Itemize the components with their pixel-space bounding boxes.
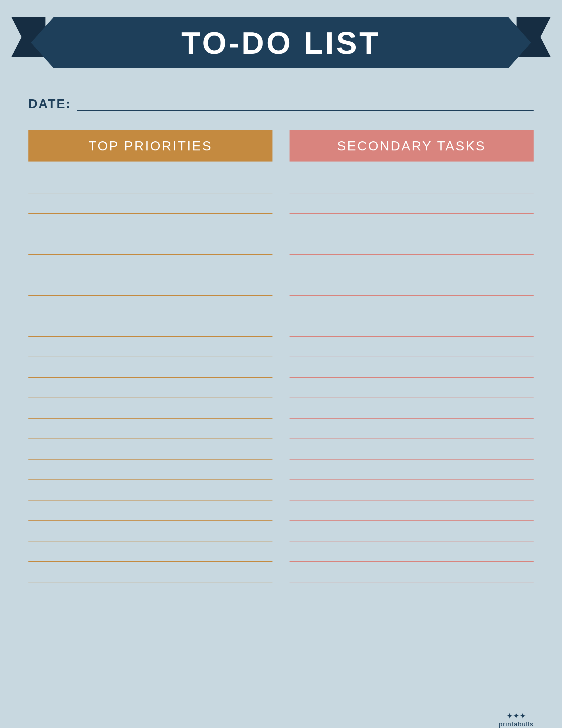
- priority-line-20[interactable]: [28, 562, 273, 582]
- priority-line-2[interactable]: [28, 193, 273, 214]
- date-line[interactable]: [77, 110, 534, 111]
- column-left: TOP PRIORITIES: [28, 130, 273, 582]
- branding-text: printabulls: [499, 721, 534, 728]
- priority-line-16[interactable]: [28, 480, 273, 501]
- task-line-14[interactable]: [289, 439, 534, 460]
- priority-line-11[interactable]: [28, 378, 273, 398]
- date-label: DATE:: [28, 97, 71, 113]
- top-priorities-label: TOP PRIORITIES: [88, 138, 212, 154]
- banner-shape: TO-DO LIST: [54, 17, 508, 68]
- date-section: DATE:: [28, 97, 534, 113]
- task-line-15[interactable]: [289, 460, 534, 480]
- top-priorities-header: TOP PRIORITIES: [28, 130, 273, 162]
- task-line-3[interactable]: [289, 214, 534, 234]
- task-line-1[interactable]: [289, 173, 534, 193]
- task-line-5[interactable]: [289, 255, 534, 275]
- task-line-8[interactable]: [289, 316, 534, 337]
- priority-line-13[interactable]: [28, 419, 273, 439]
- task-line-9[interactable]: [289, 337, 534, 357]
- priority-line-3[interactable]: [28, 214, 273, 234]
- priority-line-10[interactable]: [28, 357, 273, 378]
- priority-line-7[interactable]: [28, 296, 273, 316]
- task-line-2[interactable]: [289, 193, 534, 214]
- priority-line-8[interactable]: [28, 316, 273, 337]
- priority-line-15[interactable]: [28, 460, 273, 480]
- task-line-11[interactable]: [289, 378, 534, 398]
- task-line-7[interactable]: [289, 296, 534, 316]
- priority-line-19[interactable]: [28, 541, 273, 562]
- task-line-20[interactable]: [289, 562, 534, 582]
- priority-line-5[interactable]: [28, 255, 273, 275]
- task-line-13[interactable]: [289, 419, 534, 439]
- priority-line-1[interactable]: [28, 173, 273, 193]
- priority-line-9[interactable]: [28, 337, 273, 357]
- banner-container: TO-DO LIST: [0, 11, 562, 74]
- column-right: SECONDARY TASKS: [289, 130, 534, 582]
- task-line-12[interactable]: [289, 398, 534, 419]
- task-line-10[interactable]: [289, 357, 534, 378]
- priority-line-18[interactable]: [28, 521, 273, 541]
- priority-line-12[interactable]: [28, 398, 273, 419]
- task-line-18[interactable]: [289, 521, 534, 541]
- priority-line-17[interactable]: [28, 501, 273, 521]
- task-line-6[interactable]: [289, 275, 534, 296]
- secondary-tasks-label: SECONDARY TASKS: [337, 138, 486, 154]
- task-line-17[interactable]: [289, 501, 534, 521]
- priority-line-6[interactable]: [28, 275, 273, 296]
- branding: ✦✦✦ printabulls: [499, 711, 534, 728]
- task-line-19[interactable]: [289, 541, 534, 562]
- branding-icon: ✦✦✦: [506, 711, 526, 721]
- page: TO-DO LIST DATE: TOP PRIORITIES: [0, 11, 562, 728]
- task-line-16[interactable]: [289, 480, 534, 501]
- secondary-tasks-header: SECONDARY TASKS: [289, 130, 534, 162]
- priority-line-4[interactable]: [28, 234, 273, 255]
- page-title: TO-DO LIST: [181, 25, 380, 61]
- priority-line-14[interactable]: [28, 439, 273, 460]
- columns-container: TOP PRIORITIES: [28, 130, 534, 582]
- task-line-4[interactable]: [289, 234, 534, 255]
